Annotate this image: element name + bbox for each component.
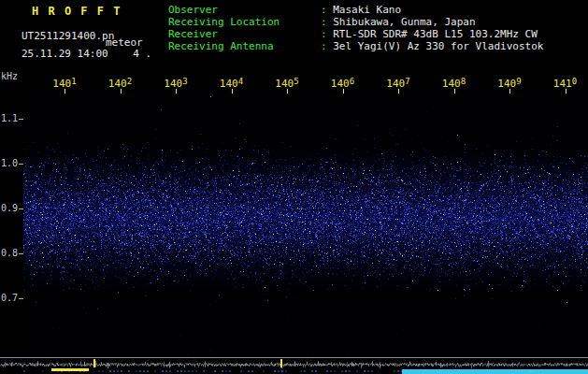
- freq-tick-label: 0.9: [1, 203, 18, 213]
- info-value: 3el Yagi(V) Az 330 for Vladivostok: [333, 40, 543, 52]
- time-tick-base: 140: [497, 78, 516, 90]
- bottom-bar: [0, 367, 588, 374]
- info-colon: :: [321, 4, 333, 16]
- output-filename: UT2511291400.pn: [22, 30, 114, 42]
- app-title: H R O F F T: [32, 5, 122, 18]
- time-tick-digit: 6: [350, 77, 354, 86]
- info-label: Observer: [168, 4, 321, 16]
- freq-tick-label: 0.7: [1, 293, 18, 303]
- minute-event-marker: [93, 359, 95, 367]
- time-tick-base: 141: [553, 78, 572, 90]
- time-tick-base: 140: [275, 78, 294, 90]
- time-tick-base: 140: [442, 78, 461, 90]
- info-colon: :: [321, 16, 333, 28]
- time-tick-base: 140: [386, 78, 405, 90]
- time-tick-base: 140: [52, 78, 71, 90]
- time-tick-digit: 9: [516, 77, 521, 86]
- receiver-info: Observer: Masaki KanoReceiving Location:…: [168, 4, 543, 52]
- bottom-yellow-segment: [51, 368, 89, 371]
- info-value: Masaki Kano: [333, 4, 401, 16]
- minute-event-marker: [280, 359, 282, 367]
- time-tick-digit: 1: [71, 77, 76, 86]
- info-label: Receiving Location: [168, 16, 321, 28]
- info-label: Receiver: [168, 28, 321, 40]
- freq-tick-label: 1.0: [1, 158, 18, 168]
- freq-axis-unit: kHz: [1, 71, 18, 81]
- time-tick-digit: 7: [405, 77, 409, 86]
- freq-tick-label: 0.8: [1, 248, 18, 258]
- info-colon: :: [321, 40, 333, 52]
- info-row: Receiving Location: Shibukawa, Gunma, Ja…: [168, 16, 543, 28]
- info-row: Receiving Antenna: 3el Yagi(V) Az 330 fo…: [168, 40, 543, 52]
- hrofft-screen: H R O F F T UT2511291400.pn meteor 25.11…: [0, 0, 588, 374]
- bottom-cyan-segment: [402, 369, 588, 374]
- time-tick-base: 140: [331, 78, 350, 90]
- time-tick-base: 140: [220, 78, 238, 90]
- time-tick-digit: 5: [294, 77, 298, 86]
- spectrogram-canvas: [23, 94, 588, 357]
- time-tick-digit: 0: [572, 77, 577, 86]
- info-colon: :: [321, 28, 333, 40]
- time-tick-digit: 8: [461, 77, 466, 86]
- info-row: Observer: Masaki Kano: [168, 4, 543, 16]
- info-value: Shibukawa, Gunma, Japan: [333, 16, 475, 28]
- time-tick-digit: 2: [127, 77, 132, 86]
- time-tick-base: 140: [164, 78, 182, 90]
- freq-tick-label: 1.1: [1, 113, 18, 123]
- info-label: Receiving Antenna: [168, 40, 321, 52]
- datetime-line: 25.11.29 14:00 4 .: [22, 48, 151, 60]
- info-value: RTL-SDR SDR# 43dB L15 103.2MHz CW: [333, 28, 538, 40]
- separator-line: [0, 357, 588, 358]
- time-tick-base: 140: [108, 78, 127, 90]
- time-tick-digit: 3: [182, 77, 187, 86]
- time-tick-digit: 4: [238, 77, 243, 86]
- info-row: Receiver: RTL-SDR SDR# 43dB L15 103.2MHz…: [168, 28, 543, 40]
